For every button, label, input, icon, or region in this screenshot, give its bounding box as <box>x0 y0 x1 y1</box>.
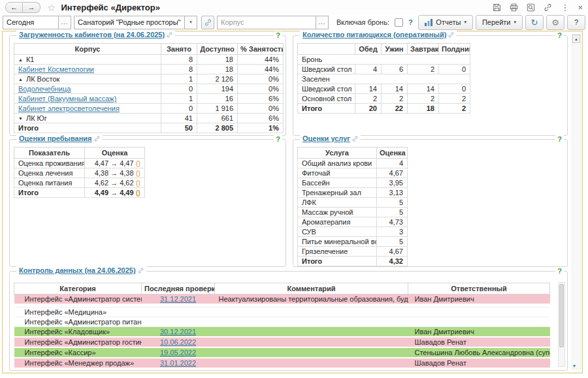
table-row[interactable]: Грязелечение4,67 <box>298 247 408 257</box>
panel-stay-ratings-help-link[interactable]: ? <box>274 135 282 143</box>
table-row[interactable]: Интерфейс «Медицина» <box>14 307 550 317</box>
print-icon[interactable] <box>510 3 518 12</box>
table-row[interactable]: СУВ3 <box>298 227 408 237</box>
table-row[interactable]: Интерфейс «Кладовщик» 30.12.2021 Иван Дм… <box>14 326 550 337</box>
panel-data-control-title-link[interactable]: Контроль данных (на 24.06.2025) <box>19 266 136 274</box>
column-header[interactable]: % Занятости <box>238 44 284 55</box>
cabinet-link[interactable]: Кабинет электросветолечения <box>18 104 120 112</box>
panel-meals-help-link[interactable]: ? <box>555 31 564 39</box>
table-group-row[interactable]: Заселен <box>298 74 470 84</box>
rating-value: 3,95 <box>377 178 408 188</box>
table-row[interactable]: Интерфейс «Администратор питания» <box>14 317 550 326</box>
korpus-input[interactable] <box>217 16 316 29</box>
sanatorium-open-button[interactable] <box>201 16 214 29</box>
goto-button[interactable]: Перейти ▾ <box>476 15 523 30</box>
table-row[interactable]: ЛФК5 <box>298 198 408 208</box>
settings-button[interactable]: ⚙ <box>546 15 564 30</box>
sanatorium-dropdown-button[interactable]: ▾ <box>185 16 197 29</box>
table-row[interactable]: ▼ЛК Юг 41 661 6% <box>14 114 284 123</box>
titlebar-actions: ⋮ × <box>493 3 583 12</box>
table-row[interactable]: Кабинет Косметологии 8 18 44% <box>14 65 284 74</box>
panel-service-ratings-title-link[interactable]: Оценки услуг <box>302 134 350 142</box>
table-row[interactable]: Оценка проживания 4,47 → 4,47 () <box>14 159 145 168</box>
main-scrollbar[interactable]: ▴ ▾ <box>572 34 581 370</box>
check-date-link[interactable]: 10.06.2022 <box>160 338 196 346</box>
table-row[interactable]: Шведский стол 4 6 2 0 <box>298 65 470 74</box>
table-row[interactable]: Общий анализ крови4 <box>298 159 408 168</box>
save-icon[interactable] <box>493 3 501 12</box>
column-header[interactable]: Оценка <box>85 148 145 159</box>
include-booking-checkbox[interactable] <box>395 18 403 27</box>
table-row[interactable]: Фиточай4,67 <box>298 168 408 178</box>
close-icon[interactable]: × <box>578 3 583 12</box>
cabinet-link[interactable]: Водолечебница <box>18 85 71 93</box>
column-header[interactable]: Услуга <box>298 148 377 159</box>
column-header[interactable]: Занято <box>161 44 197 55</box>
check-date-link[interactable]: 31.01.2022 <box>160 359 196 367</box>
panel-stay-ratings-title-link[interactable]: Оценки пребывания <box>19 134 92 142</box>
panel-service-ratings-help-link[interactable]: ? <box>555 135 564 143</box>
table-row[interactable]: Интерфейс «Администратор системы» 31.12.… <box>14 294 550 305</box>
panel-cabinets-help-link[interactable]: ? <box>274 31 282 39</box>
sanatorium-input[interactable] <box>74 16 185 29</box>
table-row[interactable]: Основной стол 2 2 2 2 <box>298 94 470 104</box>
more-menu-icon[interactable]: ⋮ <box>561 3 569 12</box>
column-header[interactable]: Обед <box>355 44 382 55</box>
table-row[interactable]: Бассейн3,95 <box>298 178 408 188</box>
table-row[interactable]: Водолечебница 0 194 0% <box>14 84 284 94</box>
table-group-row[interactable]: Бронь <box>298 55 470 65</box>
check-date-link[interactable]: 19.05.2022 <box>160 349 196 356</box>
forward-button[interactable]: → <box>23 2 41 13</box>
cabinet-link[interactable]: Кабинет Косметологии <box>18 65 94 73</box>
column-header[interactable]: Ужин <box>382 44 408 55</box>
check-date-link[interactable]: 30.12.2021 <box>160 328 196 336</box>
panel-meals-title-link[interactable]: Количество питающихся (оперативный) <box>302 31 446 39</box>
include-booking-help-link[interactable]: ? <box>408 18 413 26</box>
column-header[interactable]: Комментарий <box>215 283 408 294</box>
triangle-down-icon[interactable]: ▼ <box>18 116 23 121</box>
refresh-button[interactable]: ↻ <box>525 15 544 30</box>
cabinet-link[interactable]: Кабинет (Вакуумный массаж) <box>18 95 116 102</box>
table-row[interactable]: Шведский стол 14 14 14 0 <box>298 84 470 94</box>
column-header[interactable]: Полдник <box>439 44 470 55</box>
check-date-link[interactable]: 31.12.2021 <box>160 295 196 303</box>
column-header[interactable]: Завтрак <box>408 44 439 55</box>
help-button[interactable]: ? <box>567 15 585 30</box>
panel-data-control-help-link[interactable]: ? <box>555 267 564 275</box>
triangle-up-icon[interactable]: ▲ <box>18 57 23 62</box>
table-row[interactable]: ▲ЛК Восток 1 2 126 0% <box>14 74 284 84</box>
data-control-scrollbar[interactable] <box>558 282 565 367</box>
table-row[interactable]: Ароматерапия4,73 <box>298 217 408 227</box>
scrollbar-thumb[interactable] <box>559 284 564 347</box>
column-header[interactable]: Категория <box>14 283 142 294</box>
korpus-more-button[interactable]: ... <box>316 16 329 29</box>
scroll-up-icon[interactable]: ▴ <box>572 35 580 43</box>
column-header[interactable]: Показатель <box>14 148 85 159</box>
table-row[interactable]: ▲К1 8 18 44% <box>14 55 284 65</box>
table-row[interactable]: Интерфейс «Администратор гостиницы» 10.0… <box>14 337 550 347</box>
column-header[interactable]: Ответственный <box>408 283 550 294</box>
favorite-star-icon[interactable]: ☆ <box>47 2 56 14</box>
get-link-icon[interactable] <box>544 3 552 12</box>
table-row[interactable]: Интерфейс «Кассир» 19.05.2022 Стеньшина … <box>14 347 550 358</box>
find-icon[interactable] <box>527 3 535 12</box>
table-row[interactable]: Кабинет электросветолечения 0 1 916 0% <box>14 104 284 114</box>
date-input[interactable] <box>3 16 59 29</box>
column-header[interactable]: Доступно <box>197 44 238 55</box>
table-row[interactable]: Тренажерный зал3,13 <box>298 188 408 198</box>
column-header[interactable]: Последняя проверка <box>142 283 215 294</box>
table-row[interactable]: Оценка питания 4,62 → 4,62 () <box>14 178 145 188</box>
date-more-button[interactable]: ... <box>59 16 71 29</box>
table-row[interactable]: Кабинет (Вакуумный массаж) 1 16 6% <box>14 94 284 104</box>
table-row[interactable]: Оценка лечения 4,38 → 4,38 () <box>14 168 145 178</box>
table-row[interactable]: Питье минеральной воды5 <box>298 237 408 247</box>
reports-button[interactable]: Отчеты ▾ <box>418 15 473 30</box>
column-header[interactable]: Корпус <box>14 44 161 55</box>
table-row[interactable]: Интерфейс «Менеджер продаж» 31.01.2022 Ш… <box>14 358 550 368</box>
back-button[interactable]: ← <box>5 2 23 13</box>
table-row[interactable]: Массаж ручной5 <box>298 208 408 217</box>
triangle-up-icon[interactable]: ▲ <box>18 77 23 82</box>
panel-cabinets-title-link[interactable]: Загруженность кабинетов (на 24.06.2025) <box>19 31 165 39</box>
column-header[interactable]: Оценка <box>377 148 408 159</box>
scroll-down-icon[interactable]: ▾ <box>573 363 576 369</box>
